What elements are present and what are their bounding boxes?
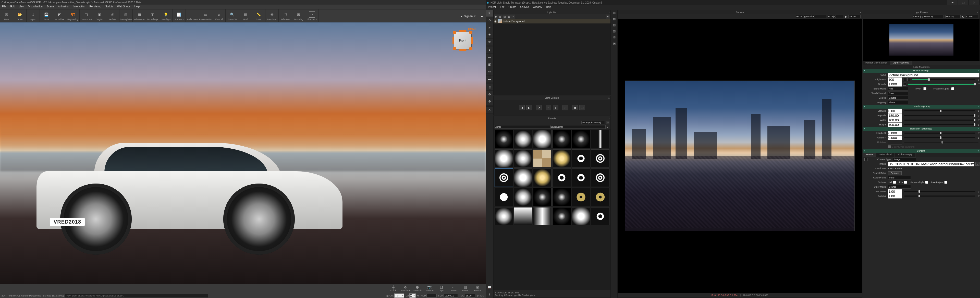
menu-edit[interactable]: Edit: [8, 5, 17, 9]
panel-close-icon[interactable]: ×: [608, 96, 610, 100]
preset-item[interactable]: [514, 207, 532, 226]
units-select[interactable]: mm: [394, 293, 404, 298]
cprofile-select[interactable]: linear: [888, 176, 911, 179]
lc-btn6[interactable]: ⤾: [563, 105, 568, 110]
viewport[interactable]: VRED2018 HOME Front: [0, 22, 486, 284]
reset-icon[interactable]: ↺: [977, 190, 980, 193]
minimize-button[interactable]: ━: [947, 0, 958, 5]
tool-scale[interactable]: ⤢: [486, 24, 493, 31]
bb-transform[interactable]: ✥Transform: [399, 284, 411, 293]
preset-item[interactable]: [552, 149, 571, 168]
link-toggle[interactable]: [903, 78, 906, 81]
section-master[interactable]: ▾Master Settings×: [863, 69, 980, 73]
height-input[interactable]: [888, 122, 902, 127]
ll-btn-4[interactable]: ▥: [507, 14, 511, 19]
presets-colorspace[interactable]: sRGB (rgbMonitor): [581, 121, 605, 124]
ll-btn-2[interactable]: ▦: [498, 14, 502, 19]
aspect-restore-button[interactable]: Restore: [888, 171, 902, 175]
ncp-input[interactable]: [426, 294, 437, 298]
menu-interaction[interactable]: Interaction: [72, 5, 88, 9]
lightlist-item[interactable]: ◉ Picture Background: [493, 19, 611, 24]
panel-close-icon[interactable]: ×: [977, 10, 978, 14]
lc-btn2[interactable]: ◐: [526, 105, 532, 110]
blendmode-select[interactable]: Add: [888, 87, 908, 90]
height-slider[interactable]: [904, 124, 975, 125]
gamma-slider[interactable]: [904, 195, 975, 197]
reset-icon[interactable]: ↺: [977, 78, 980, 81]
panel-close-icon[interactable]: ×: [608, 116, 610, 120]
canvas-exposure[interactable]: [848, 15, 861, 18]
lat-slider[interactable]: [904, 110, 975, 111]
preview-exposure[interactable]: [966, 15, 978, 18]
ll-btn-5[interactable]: ≡: [511, 14, 515, 19]
tb-antialias[interactable]: ◩Antialias: [53, 10, 66, 23]
hmenu-canvas[interactable]: Canvas: [518, 5, 531, 10]
invert-check[interactable]: [923, 87, 926, 90]
brightness-slider[interactable]: [912, 79, 975, 80]
tb-isolate[interactable]: ◎Isolate: [106, 10, 119, 23]
reset-icon[interactable]: ↺: [977, 119, 980, 122]
cmode-select[interactable]: Source: [888, 185, 911, 189]
preset-item[interactable]: [572, 188, 590, 206]
close-button[interactable]: ✕: [969, 0, 979, 5]
preset-item[interactable]: [495, 168, 513, 187]
signin-button[interactable]: ▸Sign In▾ ☁: [458, 10, 486, 23]
preset-item[interactable]: [533, 149, 552, 168]
tool-brightness[interactable]: ☀: [486, 31, 493, 38]
tb-save[interactable]: 💾Save: [40, 10, 53, 23]
tool-rotate[interactable]: ⟲: [486, 17, 493, 24]
preset-item[interactable]: [495, 149, 513, 168]
menu-help[interactable]: Help: [132, 5, 142, 9]
lon-slider[interactable]: [904, 115, 975, 116]
ct-2[interactable]: ▦: [611, 16, 617, 22]
tool-help[interactable]: ?: [486, 291, 493, 298]
presets-cat1[interactable]: Lights: [495, 125, 550, 129]
panel-close-icon[interactable]: ×: [860, 10, 861, 14]
bb-curves[interactable]: 〰Curves: [447, 284, 459, 293]
hx-slider[interactable]: [904, 133, 975, 133]
half-check[interactable]: [893, 181, 896, 184]
tool-addimage[interactable]: ▬: [486, 54, 493, 61]
tb-statistics[interactable]: 📊Statistics: [172, 10, 186, 23]
tb-zoomto[interactable]: 🔍Zoom To: [226, 10, 239, 23]
canvas-view[interactable]: [617, 19, 862, 293]
sat-input[interactable]: [888, 189, 902, 194]
tb-import[interactable]: ⤓Import: [27, 10, 40, 23]
tab-lightprops[interactable]: Light Properties: [890, 61, 912, 65]
hmenu-project[interactable]: Project: [486, 5, 498, 10]
tb-headlight[interactable]: 💡Headlight: [159, 10, 172, 23]
name-input[interactable]: [888, 73, 980, 78]
section-content[interactable]: ▾Content×: [863, 149, 980, 153]
width-input[interactable]: [888, 118, 902, 123]
tool-settings2[interactable]: ⚙: [486, 98, 493, 105]
lat-input[interactable]: [888, 109, 902, 113]
preview-channels[interactable]: RGB(A): [945, 15, 961, 18]
lc-btn5[interactable]: ↕: [553, 105, 558, 110]
tb-fullscreen[interactable]: ⛶Fullscreen: [186, 10, 199, 23]
panel-close-icon[interactable]: ×: [608, 10, 610, 14]
bb-materials[interactable]: ⬢Materials: [411, 284, 423, 293]
tb-presentation[interactable]: ▭Presentation: [199, 10, 212, 23]
brightness-input[interactable]: [888, 77, 902, 82]
viewcube-home[interactable]: HOME: [468, 27, 476, 30]
reset-icon[interactable]: ↺: [977, 83, 980, 86]
up-select[interactable]: Z: [409, 293, 416, 298]
fcp-input[interactable]: [444, 294, 458, 298]
bb-cameras[interactable]: 📷Cameras: [423, 284, 435, 293]
preset-item[interactable]: [514, 188, 532, 206]
fov-input[interactable]: [465, 294, 475, 298]
hx-input[interactable]: [888, 131, 902, 136]
expand-toggle[interactable]: [864, 158, 867, 161]
width-slider[interactable]: [904, 120, 975, 120]
tb-selection[interactable]: ⬚Selection: [279, 10, 292, 23]
viewcube-face[interactable]: Front: [454, 32, 472, 49]
cookie-select[interactable]: Square: [888, 96, 908, 100]
contenttype-select[interactable]: Image: [893, 157, 916, 161]
tool-target[interactable]: ⊕: [486, 38, 493, 45]
reset-icon[interactable]: ↺: [977, 109, 980, 113]
reset-icon[interactable]: ↺: [977, 132, 980, 135]
subtab-master[interactable]: Master: [863, 153, 877, 157]
preset-item[interactable]: [591, 149, 609, 168]
ct-5[interactable]: ⊟: [611, 34, 617, 40]
ll-btn-6[interactable]: ⚙: [606, 14, 610, 19]
